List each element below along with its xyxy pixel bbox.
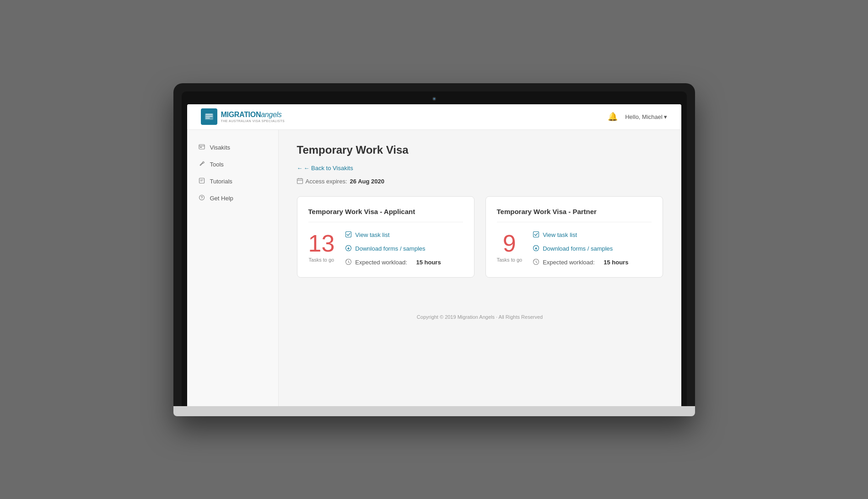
applicant-tasks-label: Tasks to go bbox=[308, 257, 335, 263]
applicant-workload-value: 15 hours bbox=[416, 259, 441, 266]
applicant-download-forms-item: Download forms / samples bbox=[345, 245, 463, 252]
back-arrow-icon: ← bbox=[297, 165, 303, 172]
back-link[interactable]: ← ← Back to Visakits bbox=[297, 165, 353, 172]
laptop-base bbox=[173, 406, 695, 416]
cards-row: Temporary Work Visa - Applicant 13 Tasks… bbox=[297, 196, 663, 278]
gethelp-icon bbox=[198, 194, 205, 202]
workload-icon bbox=[345, 259, 351, 266]
partner-tasks-count-area: 9 Tasks to go bbox=[497, 231, 523, 263]
access-expires: Access expires: 26 Aug 2020 bbox=[297, 178, 663, 185]
sidebar-item-tools[interactable]: Tools bbox=[187, 156, 278, 173]
applicant-view-tasklist-link[interactable]: View task list bbox=[355, 231, 389, 238]
partner-view-tasklist-link[interactable]: View task list bbox=[543, 231, 577, 238]
tutorials-label: Tutorials bbox=[210, 178, 232, 185]
partner-tasks-label: Tasks to go bbox=[497, 257, 523, 263]
svg-rect-1 bbox=[199, 145, 205, 149]
applicant-card-links: View task list Download forms / samples bbox=[345, 231, 463, 266]
visakits-label: Visakits bbox=[210, 144, 231, 151]
logo-subtitle: THE AUSTRALIAN VISA SPECIALISTS bbox=[221, 119, 285, 123]
partner-workload-value: 15 hours bbox=[604, 259, 628, 266]
partner-download-forms-link[interactable]: Download forms / samples bbox=[543, 245, 613, 252]
applicant-card-title: Temporary Work Visa - Applicant bbox=[308, 208, 463, 222]
calendar-icon bbox=[297, 178, 303, 185]
partner-tasklist-icon bbox=[533, 231, 539, 239]
main-content: Temporary Work Visa ← ← Back to Visakits… bbox=[279, 130, 681, 406]
partner-download-forms-item: Download forms / samples bbox=[533, 245, 651, 252]
user-greeting[interactable]: Hello, Michael ▾ bbox=[625, 113, 667, 120]
svg-rect-7 bbox=[346, 231, 351, 237]
partner-tasks-number: 9 bbox=[497, 231, 523, 255]
svg-point-5 bbox=[201, 199, 202, 199]
partner-workload-label: Expected workload: bbox=[543, 259, 594, 266]
partner-card: Temporary Work Visa - Partner 9 Tasks to… bbox=[485, 196, 663, 278]
partner-workload-item: Expected workload: 15 hours bbox=[533, 259, 651, 266]
footer-area: Copyright © 2019 Migration Angels · All … bbox=[297, 305, 663, 329]
applicant-workload-label: Expected workload: bbox=[355, 259, 407, 266]
tasklist-icon bbox=[345, 231, 351, 239]
svg-rect-10 bbox=[534, 231, 539, 237]
sidebar-item-visakits[interactable]: Visakits bbox=[187, 139, 278, 156]
gethelp-label: Get Help bbox=[210, 195, 233, 202]
partner-workload-icon bbox=[533, 259, 539, 266]
applicant-tasks-count-area: 13 Tasks to go bbox=[308, 231, 335, 263]
partner-card-links: View task list Download forms / samples bbox=[533, 231, 651, 266]
partner-view-tasklist-item: View task list bbox=[533, 231, 651, 239]
logo-area: MIGRATIONangels THE AUSTRALIAN VISA SPEC… bbox=[201, 108, 285, 125]
applicant-card-inner: 13 Tasks to go View task list bbox=[308, 231, 463, 266]
logo-migration: MIGRATIONangels bbox=[221, 111, 285, 118]
svg-rect-6 bbox=[297, 178, 302, 183]
download-icon bbox=[345, 245, 351, 252]
visakits-icon bbox=[198, 144, 205, 151]
tools-label: Tools bbox=[210, 161, 224, 168]
logo-icon bbox=[201, 108, 217, 125]
applicant-card: Temporary Work Visa - Applicant 13 Tasks… bbox=[297, 196, 474, 278]
notification-bell-icon[interactable]: 🔔 bbox=[608, 112, 618, 122]
logo-text: MIGRATIONangels THE AUSTRALIAN VISA SPEC… bbox=[221, 111, 285, 123]
sidebar-item-tutorials[interactable]: Tutorials bbox=[187, 173, 278, 190]
sidebar: Visakits Tools Tutorials bbox=[187, 130, 279, 406]
applicant-tasks-number: 13 bbox=[308, 231, 335, 255]
applicant-workload-item: Expected workload: 15 hours bbox=[345, 259, 463, 266]
partner-card-title: Temporary Work Visa - Partner bbox=[497, 208, 652, 222]
app-header: MIGRATIONangels THE AUSTRALIAN VISA SPEC… bbox=[187, 104, 681, 130]
access-expires-date: 26 Aug 2020 bbox=[350, 178, 384, 185]
applicant-view-tasklist-item: View task list bbox=[345, 231, 463, 239]
applicant-download-forms-link[interactable]: Download forms / samples bbox=[355, 245, 425, 252]
page-title: Temporary Work Visa bbox=[297, 144, 663, 156]
footer-text: Copyright © 2019 Migration Angels · All … bbox=[297, 305, 663, 329]
partner-download-icon bbox=[533, 245, 539, 252]
laptop-camera bbox=[432, 97, 436, 101]
sidebar-item-gethelp[interactable]: Get Help bbox=[187, 190, 278, 207]
tools-icon bbox=[198, 161, 205, 168]
app-body: Visakits Tools Tutorials bbox=[187, 130, 681, 406]
tutorials-icon bbox=[198, 177, 205, 185]
svg-rect-2 bbox=[200, 147, 202, 148]
partner-card-inner: 9 Tasks to go View task list bbox=[497, 231, 652, 266]
header-right: 🔔 Hello, Michael ▾ bbox=[608, 112, 667, 122]
